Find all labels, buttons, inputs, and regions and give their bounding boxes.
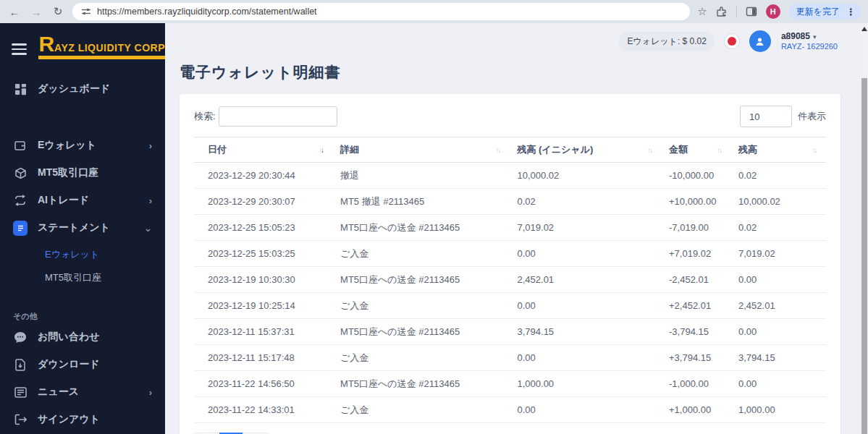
sort-icon[interactable]: ↑↓ — [647, 146, 654, 154]
sidebar-item-label: サインアウト — [38, 413, 100, 426]
sort-icon[interactable]: ↑↓ — [319, 146, 326, 154]
url-text[interactable]: https://members.rayzliquiditycorp.com/st… — [97, 7, 317, 17]
table-row[interactable]: 2023-12-11 15:17:48 ご入金 0.00 +3,794.15 3… — [194, 345, 826, 371]
table-row[interactable]: 2023-12-19 10:25:14 ご入金 0.00 +2,452.01 2… — [194, 293, 826, 319]
table-row[interactable]: 2023-11-22 14:56:50 MT5口座への送金 #2113465 1… — [194, 371, 826, 397]
chevron-down-icon: ▾ — [813, 33, 817, 41]
statement-icon — [13, 221, 28, 236]
sidebar-section-label: その他 — [13, 311, 165, 322]
search-input[interactable] — [219, 106, 337, 127]
table-row[interactable]: 2023-12-29 20:30:44 撤退 10,000.02 -10,000… — [194, 163, 826, 189]
user-menu[interactable]: a89085▾ RAYZ- 1629260 — [781, 31, 838, 52]
cell-balance: 1,000.00 — [731, 397, 826, 423]
cell-detail: MT5口座への送金 #2113465 — [333, 215, 510, 241]
bookmark-star-icon[interactable]: ☆ — [697, 5, 707, 18]
sort-icon[interactable]: ↑↓ — [717, 146, 724, 154]
statement-table: 日付↑↓ 詳細↑↓ 残高 (イニシャル)↑↓ 金額↑↓ 残高↑↓ 2023-12… — [194, 137, 826, 423]
cell-amount: +7,019.02 — [662, 241, 731, 267]
cell-amount: -10,000.00 — [662, 163, 731, 189]
sidebar-spacer — [0, 103, 165, 132]
update-button-label: 更新を完了 — [796, 6, 840, 18]
sidebar-item-label: ステートメント — [38, 221, 110, 234]
column-header-balance-initial[interactable]: 残高 (イニシャル)↑↓ — [510, 137, 662, 163]
search-label: 検索: — [194, 110, 216, 123]
chevron-right-icon: › — [149, 387, 152, 398]
sidebar-item-label: AIトレード — [38, 194, 89, 207]
cell-balance-initial: 0.02 — [510, 189, 662, 215]
page-length-select[interactable]: 10 — [740, 106, 792, 127]
sidebar-item-statement[interactable]: ステートメント ⌄ — [0, 214, 165, 242]
cell-balance: 0.00 — [731, 371, 826, 397]
cell-balance: 0.00 — [731, 319, 826, 345]
table-header-row: 日付↑↓ 詳細↑↓ 残高 (イニシャル)↑↓ 金額↑↓ 残高↑↓ — [194, 137, 826, 163]
user-avatar[interactable] — [749, 30, 771, 52]
cell-amount: -7,019.00 — [662, 215, 731, 241]
table-row[interactable]: 2023-12-19 10:30:30 MT5口座への送金 #2113465 2… — [194, 267, 826, 293]
menu-toggle-icon[interactable] — [12, 41, 27, 58]
browser-toolbar: ← → ↻ https://members.rayzliquiditycorp.… — [0, 0, 868, 23]
sidebar-item-dashboard[interactable]: ダッシュボード — [0, 75, 165, 103]
cell-detail: MT5口座への送金 #2113465 — [333, 319, 510, 345]
browser-profile-avatar[interactable]: H — [766, 4, 780, 19]
sidebar-item-mt5-account[interactable]: MT5取引口座 — [0, 159, 165, 187]
sidebar-item-news[interactable]: ニュース › — [0, 378, 165, 406]
cell-balance: 0.02 — [731, 215, 826, 241]
back-icon[interactable]: ← — [7, 6, 22, 18]
forward-icon[interactable]: → — [29, 6, 43, 18]
cell-balance-initial: 0.00 — [510, 241, 662, 267]
cell-date: 2023-12-11 15:17:48 — [194, 345, 333, 371]
chat-icon — [13, 331, 28, 344]
cell-date: 2023-11-22 14:33:01 — [194, 397, 333, 423]
cell-date: 2023-11-22 14:56:50 — [194, 371, 333, 397]
extensions-icon[interactable] — [716, 6, 728, 17]
column-header-date[interactable]: 日付↑↓ — [194, 137, 333, 163]
cell-date: 2023-12-11 15:37:31 — [194, 319, 333, 345]
sort-icon[interactable]: ↑↓ — [812, 146, 819, 154]
sidebar-item-ewallet[interactable]: Eウォレット › — [0, 132, 165, 159]
table-row[interactable]: 2023-11-22 14:33:01 ご入金 0.00 +1,000.00 1… — [194, 397, 826, 423]
browser-update-button[interactable]: 更新を完了 ⋮ — [789, 4, 861, 20]
cell-balance: 2,452.01 — [731, 293, 826, 319]
column-header-amount[interactable]: 金額↑↓ — [662, 137, 731, 163]
cell-amount: +2,452.01 — [662, 293, 731, 319]
sidebar-item-contact[interactable]: お問い合わせ — [0, 323, 165, 351]
column-header-balance[interactable]: 残高↑↓ — [731, 137, 826, 163]
table-row[interactable]: 2023-12-29 20:30:07 MT5 撤退 #2113465 0.02… — [194, 189, 826, 215]
column-header-detail[interactable]: 詳細↑↓ — [333, 137, 510, 163]
sidebar-item-signout[interactable]: サインアウト — [0, 406, 165, 433]
table-row[interactable]: 2023-12-25 15:03:25 ご入金 0.00 +7,019.02 7… — [194, 241, 826, 267]
sort-icon[interactable]: ↑↓ — [495, 146, 502, 154]
table-row[interactable]: 2023-12-11 15:37:31 MT5口座への送金 #2113465 3… — [194, 319, 826, 345]
japan-flag-icon[interactable] — [725, 34, 739, 48]
download-file-icon — [13, 359, 28, 371]
submenu-item-mt5-statement[interactable]: MT5取引口座 — [45, 266, 165, 289]
cell-balance: 10,000.02 — [731, 189, 826, 215]
cell-balance: 0.00 — [731, 267, 826, 293]
side-panel-icon[interactable] — [746, 6, 757, 17]
cell-amount: +1,000.00 — [662, 397, 731, 423]
url-bar[interactable]: https://members.rayzliquiditycorp.com/st… — [72, 3, 690, 20]
chevron-down-icon: ⌄ — [144, 223, 152, 234]
table-body: 2023-12-29 20:30:44 撤退 10,000.02 -10,000… — [194, 163, 826, 423]
dashboard-icon — [13, 83, 28, 95]
browser-menu-icon[interactable]: ⋮ — [844, 7, 858, 17]
cell-detail: ご入金 — [333, 241, 510, 267]
sidebar-item-download[interactable]: ダウンロード — [0, 351, 165, 378]
cell-balance-initial: 0.00 — [510, 345, 662, 371]
table-row[interactable]: 2023-12-25 15:05:23 MT5口座への送金 #2113465 7… — [194, 215, 826, 241]
reload-icon[interactable]: ↻ — [51, 5, 65, 18]
wallet-balance-badge: Eウォレット: $ 0.02 — [619, 32, 714, 51]
statement-submenu: Eウォレット MT5取引口座 — [0, 242, 165, 292]
submenu-item-ewallet-statement[interactable]: Eウォレット — [45, 243, 165, 266]
cell-detail: MT5 撤退 #2113465 — [333, 189, 510, 215]
cell-balance-initial: 0.00 — [510, 397, 662, 423]
scrollbar-thumb[interactable] — [861, 78, 867, 434]
sidebar-item-label: ニュース — [38, 386, 79, 399]
page-scrollbar[interactable] — [861, 23, 868, 434]
scroll-up-icon[interactable] — [861, 27, 867, 31]
brand-logo[interactable]: RAYZ LIQUIDITY CORP — [38, 35, 165, 59]
sidebar-item-ai-trade[interactable]: AIトレード › — [0, 187, 165, 214]
site-settings-icon[interactable] — [81, 7, 91, 17]
wallet-icon — [13, 140, 28, 151]
repeat-icon — [13, 195, 28, 206]
